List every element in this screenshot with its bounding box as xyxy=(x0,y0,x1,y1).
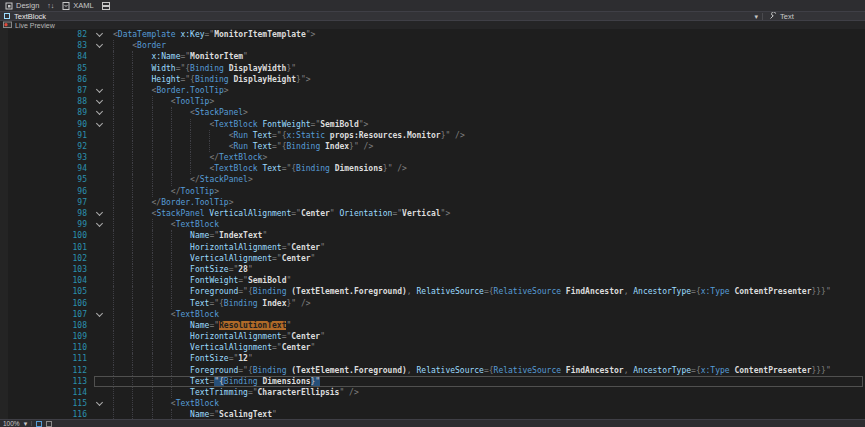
breakpoint-margin[interactable] xyxy=(0,174,8,185)
breakpoint-margin[interactable] xyxy=(0,242,8,253)
fold-toggle[interactable] xyxy=(90,223,108,226)
code-token: Text xyxy=(253,142,272,151)
code-line[interactable]: 114TextTrimming="CharacterEllipsis" /> xyxy=(0,387,865,398)
code-token: SemiBold xyxy=(320,120,359,129)
code-line[interactable]: 88<ToolTip> xyxy=(0,96,865,107)
breakpoint-margin[interactable] xyxy=(0,107,8,118)
code-line[interactable]: 92<Run Text="{Binding Index}" /> xyxy=(0,141,865,152)
breakpoint-margin[interactable] xyxy=(0,387,8,398)
indent-guide xyxy=(171,353,172,364)
code-text: x:Name="MonitorItem" xyxy=(108,51,248,62)
fold-toggle[interactable] xyxy=(90,44,108,47)
code-line[interactable]: 106Text="{Binding Index}" /> xyxy=(0,298,865,309)
breakpoint-margin[interactable] xyxy=(0,197,8,208)
breakpoint-margin[interactable] xyxy=(0,298,8,309)
code-line[interactable]: 94<TextBlock Text="{Binding Dimensions}"… xyxy=(0,163,865,174)
code-line[interactable]: 111FontSize="12" xyxy=(0,353,865,364)
line-number: 93 xyxy=(8,152,90,163)
swap-panes-icon[interactable]: ↑↓ xyxy=(47,2,54,9)
code-line[interactable]: 90<TextBlock FontWeight="SemiBold"> xyxy=(0,119,865,130)
breakpoint-margin[interactable] xyxy=(0,152,8,163)
breakpoint-margin[interactable] xyxy=(0,130,8,141)
breakpoint-margin[interactable] xyxy=(0,275,8,286)
code-line[interactable]: 99<TextBlock xyxy=(0,219,865,230)
code-line[interactable]: 83<Border xyxy=(0,40,865,51)
breakpoint-margin[interactable] xyxy=(0,141,8,152)
sync-icon[interactable] xyxy=(46,421,52,427)
code-line[interactable]: 93</TextBlock> xyxy=(0,152,865,163)
breakpoint-margin[interactable] xyxy=(0,29,8,40)
code-line[interactable]: 89<StackPanel> xyxy=(0,107,865,118)
code-line[interactable]: 102VerticalAlignment="Center" xyxy=(0,253,865,264)
code-line[interactable]: 113Text="{Binding Dimensions}" xyxy=(0,376,865,387)
code-line[interactable]: 95</StackPanel> xyxy=(0,174,865,185)
code-line[interactable]: 98<StackPanel VerticalAlignment="Center"… xyxy=(0,208,865,219)
code-line[interactable]: 84x:Name="MonitorItem" xyxy=(0,51,865,62)
code-line[interactable]: 115<TextBlock xyxy=(0,398,865,409)
code-line[interactable]: 104FontWeight="SemiBold" xyxy=(0,275,865,286)
breakpoint-margin[interactable] xyxy=(0,85,8,96)
breakpoint-margin[interactable] xyxy=(0,219,8,230)
fold-toggle[interactable] xyxy=(90,33,108,36)
code-line[interactable]: 108Name="ResolutionText" xyxy=(0,320,865,331)
property-dropdown[interactable]: Text xyxy=(763,12,865,21)
fold-toggle[interactable] xyxy=(90,212,108,215)
breakpoint-margin[interactable] xyxy=(0,208,8,219)
fold-toggle[interactable] xyxy=(90,100,108,103)
xaml-view-button[interactable]: XAML xyxy=(62,1,93,10)
code-line[interactable]: 91<Run Text="{x:Static props:Resources.M… xyxy=(0,130,865,141)
split-orientation-button[interactable] xyxy=(102,2,110,10)
breakpoint-margin[interactable] xyxy=(0,342,8,353)
code-line[interactable]: 105Foreground="{Binding (TextElement.For… xyxy=(0,286,865,297)
code-line[interactable]: 100Name="IndexText" xyxy=(0,230,865,241)
fold-toggle[interactable] xyxy=(90,123,108,126)
code-token: 12 xyxy=(238,354,248,363)
zoom-chevron-icon[interactable]: ▾ xyxy=(24,420,28,427)
fold-toggle[interactable] xyxy=(90,402,108,405)
breakpoint-margin[interactable] xyxy=(0,353,8,364)
code-line[interactable]: 112Foreground="{Binding (TextElement.For… xyxy=(0,365,865,376)
breakpoint-margin[interactable] xyxy=(0,320,8,331)
live-preview-toggle[interactable]: Live Preview xyxy=(3,21,55,29)
code-line[interactable]: 110VerticalAlignment="Center" xyxy=(0,342,865,353)
fold-toggle[interactable] xyxy=(90,89,108,92)
line-number: 89 xyxy=(8,107,90,118)
breakpoint-margin[interactable] xyxy=(0,253,8,264)
indent-guide xyxy=(171,376,172,387)
breakpoint-margin[interactable] xyxy=(0,230,8,241)
code-line[interactable]: 103FontSize="28" xyxy=(0,264,865,275)
fold-toggle[interactable] xyxy=(90,111,108,114)
code-line[interactable]: 109HorizontalAlignment="Center" xyxy=(0,331,865,342)
zoom-level[interactable]: 100% xyxy=(3,420,20,427)
breakpoint-margin[interactable] xyxy=(0,331,8,342)
breakpoint-margin[interactable] xyxy=(0,309,8,320)
breakpoint-margin[interactable] xyxy=(0,398,8,409)
code-line[interactable]: 107<TextBlock xyxy=(0,309,865,320)
code-line[interactable]: 82<DataTemplate x:Key="MonitorItemTempla… xyxy=(0,29,865,40)
fold-toggle[interactable] xyxy=(90,313,108,316)
code-line[interactable]: 96</ToolTip> xyxy=(0,186,865,197)
breakpoint-margin[interactable] xyxy=(0,286,8,297)
breakpoint-margin[interactable] xyxy=(0,40,8,51)
breakpoint-margin[interactable] xyxy=(0,119,8,130)
code-text: Name="ResolutionText" xyxy=(108,320,291,331)
breakpoint-margin[interactable] xyxy=(0,365,8,376)
element-breadcrumb-dropdown[interactable]: TextBlock ▾ xyxy=(0,12,762,21)
breakpoint-margin[interactable] xyxy=(0,96,8,107)
breakpoint-margin[interactable] xyxy=(0,74,8,85)
code-line[interactable]: 101HorizontalAlignment="Center" xyxy=(0,242,865,253)
code-line[interactable]: 97</Border.ToolTip> xyxy=(0,197,865,208)
breakpoint-margin[interactable] xyxy=(0,264,8,275)
indent-guide xyxy=(171,230,172,241)
document-health-icon[interactable] xyxy=(36,421,42,427)
design-view-button[interactable]: Design xyxy=(5,1,39,10)
breakpoint-margin[interactable] xyxy=(0,376,8,387)
breakpoint-margin[interactable] xyxy=(0,186,8,197)
code-line[interactable]: 86Height="{Binding DisplayHeight}"> xyxy=(0,74,865,85)
breakpoint-margin[interactable] xyxy=(0,51,8,62)
code-area[interactable]: 82<DataTemplate x:Key="MonitorItemTempla… xyxy=(0,29,865,427)
code-line[interactable]: 85Width="{Binding DisplayWidth}" xyxy=(0,63,865,74)
breakpoint-margin[interactable] xyxy=(0,163,8,174)
breakpoint-margin[interactable] xyxy=(0,63,8,74)
code-line[interactable]: 87<Border.ToolTip> xyxy=(0,85,865,96)
